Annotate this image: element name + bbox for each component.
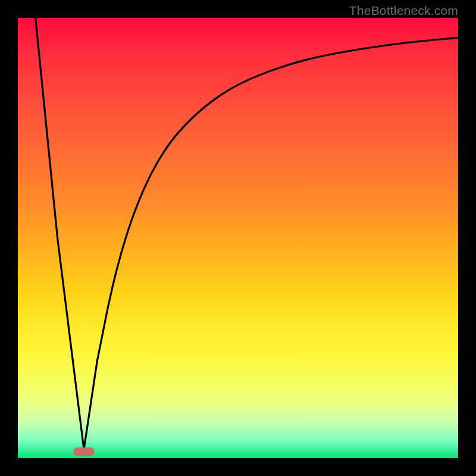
bottleneck-curve [18,18,458,458]
trough-marker [73,447,95,456]
chart-frame: TheBottleneck.com [0,0,476,476]
watermark-text: TheBottleneck.com [349,4,458,18]
plot-area [18,18,458,458]
